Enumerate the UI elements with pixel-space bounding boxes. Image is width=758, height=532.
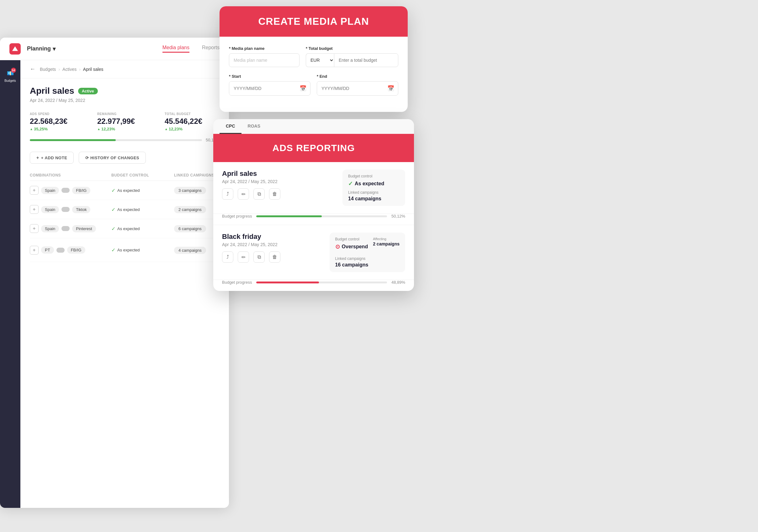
currency-select[interactable]: EUR — [306, 53, 334, 67]
affecting-bf: Affecting 2 campaigns — [373, 237, 399, 253]
april-progress-row: Budget progress 50,12% — [213, 214, 414, 225]
toggle-1[interactable] — [61, 188, 70, 193]
check-icon-2: ✓ — [111, 207, 116, 213]
country-tag-3: Spain — [41, 225, 59, 232]
budget-control-1: ✓ As expected — [111, 187, 174, 193]
bc-label-bf: Budget control — [335, 237, 368, 241]
sidebar: 💶 14 Budgets — [0, 60, 20, 508]
page-date: Apr 24, 2022 / May 25, 2022 — [30, 98, 220, 103]
tab-roas[interactable]: ROAS — [241, 119, 266, 134]
plan-name-label: * Media plan name — [229, 46, 299, 51]
bf-progress-label: Budget progress — [222, 280, 252, 285]
stat-ads-spend-change: 35,25% — [30, 127, 85, 131]
black-friday-actions: ⤴ ✏ ⧉ 🗑 — [222, 251, 323, 263]
copy-button-bf[interactable]: ⧉ — [254, 251, 265, 263]
delete-button-april[interactable]: 🗑 — [269, 188, 280, 200]
combo-cell-2: + Spain Tiktok — [30, 205, 111, 214]
svg-marker-0 — [12, 46, 18, 51]
form-row-1: * Media plan name * Total budget EUR — [229, 46, 398, 67]
stat-total-budget: TOTAL BUDGET 45.546,22€ 12,23% — [165, 112, 220, 131]
reporting-title: ADS REPORTING — [222, 143, 405, 153]
end-date-wrap: 📅 — [317, 81, 398, 96]
breadcrumb-actives[interactable]: Actives — [62, 67, 77, 72]
tab-reports[interactable]: Reports — [202, 45, 220, 53]
bc-status-april: ✓ As expected — [348, 180, 399, 187]
edit-button-bf[interactable]: ✏ — [238, 251, 249, 263]
sidebar-item-budgets[interactable]: 💶 14 Budgets — [0, 66, 20, 85]
check-icon-3: ✓ — [111, 226, 116, 232]
budgets-badge: 14 — [11, 68, 16, 73]
calendar-icon-start: 📅 — [296, 85, 310, 92]
total-budget-label: * Total budget — [306, 46, 398, 51]
tab-cpc[interactable]: CPC — [220, 119, 241, 134]
stat-total-budget-label: TOTAL BUDGET — [165, 112, 220, 116]
stats-row: ADS SPEND 22.568,23€ 35,25% REMAINING 22… — [20, 109, 229, 138]
table-row: + PT FB/IG ✓ As expected 4 campaigns Ads… — [30, 238, 220, 262]
toggle-3[interactable] — [61, 226, 70, 231]
end-label: * End — [317, 74, 398, 79]
black-friday-info: Black friday Apr 24, 2022 / May 25, 2022… — [222, 233, 323, 272]
form-row-2: * Start 📅 * End 📅 — [229, 74, 398, 96]
plan-name-input[interactable] — [229, 53, 299, 67]
april-sales-card: April sales Apr 24, 2022 / May 25, 2022 … — [213, 162, 414, 214]
combo-cell-4: + PT FB/IG — [30, 246, 111, 254]
tab-media-plans[interactable]: Media plans — [162, 45, 190, 53]
budget-control-3: ✓ As expected — [111, 226, 174, 232]
form-group-start: * Start 📅 — [229, 74, 310, 96]
check-icon-4: ✓ — [111, 247, 116, 253]
modal-title: CREATE MEDIA PLAN — [229, 16, 398, 27]
stat-remaining-change: 12,23% — [97, 127, 152, 131]
toggle-icon-1 — [61, 188, 70, 193]
table-header: Combinations Budget control Linked campa… — [30, 170, 220, 181]
expand-row-3[interactable]: + — [30, 224, 39, 233]
april-sales-date: Apr 24, 2022 / May 25, 2022 — [222, 179, 336, 184]
budget-input[interactable] — [334, 53, 398, 67]
toggle-2[interactable] — [61, 207, 70, 212]
copy-button-april[interactable]: ⧉ — [254, 188, 265, 200]
nav-planning[interactable]: Planning ▾ — [27, 46, 55, 52]
april-sales-title: April sales — [222, 170, 336, 178]
back-button[interactable]: ← — [30, 66, 35, 72]
page-header: April sales Active Apr 24, 2022 / May 25… — [20, 78, 229, 109]
toggle-icon-4 — [56, 248, 65, 253]
bc-label-april: Budget control — [348, 174, 399, 178]
table-row: + Spain Tiktok ✓ As expected 2 campaigns — [30, 200, 220, 219]
table-row: + Spain Pinterest ✓ As expected 6 campai… — [30, 219, 220, 238]
stat-ads-spend: ADS SPEND 22.568,23€ 35,25% — [30, 112, 85, 131]
edit-button-april[interactable]: ✏ — [238, 188, 249, 200]
toggle-icon-2 — [61, 207, 70, 212]
actions-row: + + ADD NOTE ⟳ HISTORY OF CHANGES — [20, 149, 229, 170]
calendar-icon-end: 📅 — [384, 85, 398, 92]
bc-linked-value-april: 14 campaigns — [348, 196, 399, 202]
app-container: Planning ▾ Media plans Reports 💶 14 Budg… — [0, 38, 229, 508]
ads-reporting-modal: CPC ROAS ADS REPORTING April sales Apr 2… — [213, 119, 414, 291]
history-button[interactable]: ⟳ HISTORY OF CHANGES — [79, 152, 146, 164]
bc-status-bf: ⊙ Overspend — [335, 243, 368, 250]
stat-remaining-label: REMAINING — [97, 112, 152, 116]
add-note-label: + ADD NOTE — [41, 155, 67, 160]
nav-tabs: Media plans Reports — [162, 45, 220, 53]
share-button-april[interactable]: ⤴ — [222, 188, 233, 200]
share-button-bf[interactable]: ⤴ — [222, 251, 233, 263]
toggle-4[interactable] — [56, 248, 65, 253]
status-badge: Active — [78, 88, 98, 94]
add-note-icon: + — [36, 155, 39, 160]
expand-row-2[interactable]: + — [30, 205, 39, 214]
bc-warning-icon-bf: ⊙ — [335, 243, 340, 250]
expand-row-1[interactable]: + — [30, 186, 39, 195]
reporting-tabs: CPC ROAS — [213, 119, 414, 134]
stat-remaining-value: 22.977,99€ — [97, 117, 152, 126]
start-date-input[interactable] — [229, 82, 296, 95]
delete-button-bf[interactable]: 🗑 — [269, 251, 280, 263]
breadcrumb-budgets[interactable]: Budgets — [40, 67, 56, 72]
bf-progress-bar — [256, 282, 387, 283]
bc-check-icon-april: ✓ — [348, 180, 353, 187]
expand-row-4[interactable]: + — [30, 246, 39, 254]
add-note-button[interactable]: + + ADD NOTE — [30, 152, 74, 164]
start-label: * Start — [229, 74, 310, 79]
toggle-icon-3 — [61, 226, 70, 231]
country-tag-4: PT — [41, 247, 54, 253]
combo-cell-1: + Spain FB/IG — [30, 186, 111, 195]
combo-cell-3: + Spain Pinterest — [30, 224, 111, 233]
end-date-input[interactable] — [317, 82, 384, 95]
